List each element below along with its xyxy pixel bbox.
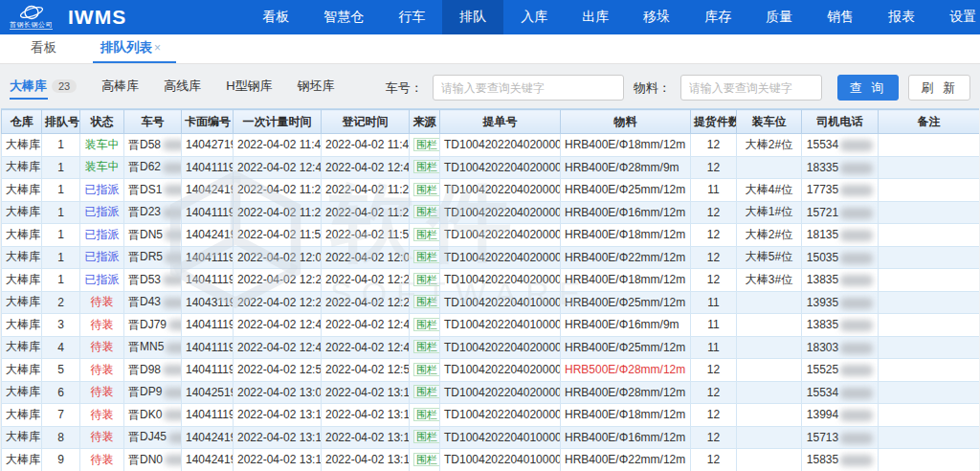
phone-text: 15534: [807, 386, 838, 399]
cell-warehouse: 大棒库: [2, 291, 42, 314]
cell-source: 围栏: [410, 359, 440, 382]
table-row[interactable]: 大棒库3待装晋DJ79140411192022-04-02 12:412022-…: [2, 314, 980, 337]
table-row[interactable]: 大棒库1已指派晋DS1140424192022-04-02 11:262022-…: [2, 179, 980, 202]
nav-item-入库[interactable]: 入库: [503, 0, 565, 34]
cell-note: [879, 269, 980, 292]
cell-status: 已指派: [80, 224, 124, 247]
vehicle-text: 晋DJ45: [128, 430, 167, 443]
table-row[interactable]: 大棒库6待装晋DP9140425192022-04-02 13:092022-0…: [2, 381, 980, 404]
cell-register_time: 2022-04-02 12:25: [322, 291, 410, 314]
cell-vehicle: 晋DR5: [124, 246, 182, 269]
column-header-warehouse: 仓库: [2, 110, 42, 134]
warehouse-tab-高线库[interactable]: 高线库: [164, 78, 201, 98]
column-header-material: 物料: [561, 110, 691, 134]
nav-item-设置[interactable]: 设置: [932, 0, 980, 34]
vehicle-text: 晋DS1: [128, 183, 162, 196]
column-header-register_time: 登记时间: [322, 110, 410, 134]
source-badge: 围栏: [413, 430, 440, 443]
cell-note: [879, 359, 980, 382]
cell-warehouse: 大棒库: [2, 336, 42, 359]
top-navigation-bar: 首钢长钢公司 IWMS 看板智慧仓行车排队入库出库移垛库存质量销售报表设置 排队…: [0, 0, 980, 34]
table-row[interactable]: 大棒库2待装晋D43140431192022-04-02 12:242022-0…: [2, 291, 980, 314]
cell-card: 14041119: [182, 359, 234, 382]
cell-slot: 大棒1#位: [737, 201, 802, 224]
cell-bill: TD10042022040200005319: [440, 336, 561, 359]
cell-queue_no: 3: [42, 314, 80, 337]
close-tab-icon[interactable]: ×: [154, 41, 161, 55]
table-row[interactable]: 大棒库8待装晋DJ45140424192022-04-02 13:152022-…: [2, 426, 980, 449]
warehouse-tab-大棒库[interactable]: 大棒库23: [10, 78, 77, 98]
table-row[interactable]: 大棒库1已指派晋DN5140424192022-04-02 11:532022-…: [2, 224, 980, 247]
table-row[interactable]: 大棒库1已指派晋D53140411192022-04-02 12:212022-…: [2, 269, 980, 292]
company-logo: 首钢长钢公司: [10, 5, 53, 30]
table-row[interactable]: 大棒库1已指派晋D23140411192022-04-02 11:282022-…: [2, 201, 980, 224]
refresh-button[interactable]: 刷 新: [908, 75, 970, 101]
cell-weigh_time: 2022-04-02 13:09: [234, 381, 322, 404]
cell-qty: 12: [691, 404, 737, 427]
vehicle-text: 晋DP9: [128, 385, 162, 398]
cell-note: [879, 201, 980, 224]
table-row[interactable]: 大棒库1已指派晋DR5140411192022-04-02 12:022022-…: [2, 246, 980, 269]
vehicle-text: 晋DN0: [128, 453, 163, 466]
cell-vehicle: 晋D98: [124, 359, 182, 382]
cell-material: HRB400E/Φ18mm/12m: [561, 404, 691, 427]
table-row[interactable]: 大棒库7待装晋DK0140411192022-04-02 13:112022-0…: [2, 404, 980, 427]
cell-slot: 大棒2#位: [737, 224, 802, 247]
nav-item-库存[interactable]: 库存: [687, 0, 748, 34]
page-tab-看板[interactable]: 看板: [29, 34, 58, 63]
cell-status: 待装: [80, 426, 124, 449]
cell-slot: [737, 291, 802, 314]
warehouse-tab-高棒库[interactable]: 高棒库: [101, 78, 139, 98]
nav-item-智慧仓[interactable]: 智慧仓: [306, 0, 381, 34]
nav-item-出库[interactable]: 出库: [565, 0, 626, 34]
nav-item-行车[interactable]: 行车: [381, 0, 442, 34]
cell-vehicle: 晋DK0: [124, 404, 182, 427]
table-row[interactable]: 大棒库1装车中晋D62140411192022-04-02 12:462022-…: [2, 156, 980, 179]
cell-phone: 13935: [802, 291, 879, 314]
table-row[interactable]: 大棒库1装车中晋D58140427192022-04-02 11:432022-…: [2, 134, 980, 157]
table-row[interactable]: 大棒库5待装晋D98140411192022-04-02 12:502022-0…: [2, 359, 980, 382]
nav-item-质量[interactable]: 质量: [748, 0, 810, 34]
cell-queue_no: 1: [42, 224, 80, 247]
cell-material: HRB400E/Φ22mm/12m: [561, 246, 691, 269]
cell-warehouse: 大棒库: [2, 246, 42, 269]
column-header-phone: 司机电话: [802, 110, 879, 134]
nav-item-看板[interactable]: 看板: [245, 0, 306, 34]
redacted-blur: [168, 433, 181, 443]
cell-vehicle: 晋D58: [124, 134, 182, 157]
source-badge: 围栏: [413, 228, 440, 241]
cell-card: 14043119: [182, 291, 234, 314]
cell-note: [879, 224, 980, 247]
nav-item-移垛[interactable]: 移垛: [626, 0, 687, 34]
cell-queue_no: 7: [42, 404, 80, 427]
warehouse-tab-H型钢库[interactable]: H型钢库: [226, 78, 272, 98]
redacted-blur: [165, 455, 181, 465]
vehicle-text: 晋DJ79: [128, 318, 167, 331]
queue-table: 仓库排队号状态车号卡面编号一次计量时间登记时间来源提单号物料提货件数装车位司机电…: [1, 109, 979, 471]
nav-item-销售[interactable]: 销售: [810, 0, 871, 34]
cell-queue_no: 1: [42, 179, 80, 202]
cell-qty: 12: [691, 359, 737, 382]
cell-card: 14042519: [182, 381, 234, 404]
table-row[interactable]: 大棒库4待装晋MN5140411192022-04-02 12:492022-0…: [2, 336, 980, 359]
nav-item-报表[interactable]: 报表: [871, 0, 932, 34]
warehouse-tab-钢坯库[interactable]: 钢坯库: [298, 78, 335, 98]
search-button[interactable]: 查 询: [837, 75, 900, 101]
cell-material: HRB400E/Φ18mm/12m: [561, 134, 691, 157]
source-badge: 围栏: [413, 318, 440, 331]
page-tab-排队列表[interactable]: 排队列表×: [99, 34, 163, 63]
cell-card: 14042419: [182, 426, 234, 449]
table-row[interactable]: 大棒库9待装晋DN0140424192022-04-02 13:182022-0…: [2, 449, 980, 471]
cell-bill: TD10042022040200005319: [440, 246, 561, 269]
vehicle-search-input[interactable]: [433, 75, 624, 101]
cell-note: [879, 179, 980, 202]
redacted-blur: [163, 163, 181, 173]
cell-queue_no: 1: [42, 156, 80, 179]
nav-item-排队[interactable]: 排队: [442, 0, 503, 34]
redacted-blur: [840, 365, 873, 376]
cell-weigh_time: 2022-04-02 12:41: [234, 314, 322, 337]
column-header-source: 来源: [410, 110, 440, 134]
vehicle-text: 晋DK0: [128, 408, 162, 421]
material-search-input[interactable]: [680, 75, 822, 101]
cell-queue_no: 9: [42, 449, 80, 471]
